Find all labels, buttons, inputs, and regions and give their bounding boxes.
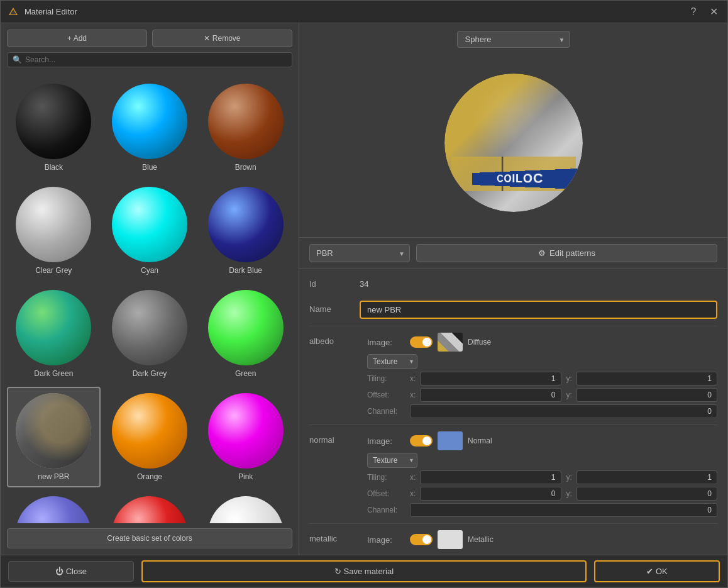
remove-button[interactable]: ✕ Remove	[152, 30, 292, 47]
search-input-wrap: 🔍	[7, 52, 292, 67]
albedo-toggle[interactable]	[410, 336, 433, 348]
normal-texture-dropdown[interactable]: Texture Color	[367, 453, 417, 468]
normal-image-label: Image:	[367, 436, 405, 446]
metallic-label: metallic	[309, 530, 360, 543]
metallic-toggle[interactable]	[410, 534, 433, 545]
bottom-bar: ⏻ Close ↻ Save material ✔ OK	[1, 555, 727, 587]
name-input[interactable]	[360, 301, 717, 319]
id-value: 34	[360, 275, 717, 289]
normal-tiling-y-letter: y:	[566, 473, 574, 482]
material-sphere-new-pbr: COILOC	[16, 393, 91, 469]
normal-channel-input[interactable]	[410, 503, 717, 517]
material-sphere-clear-grey	[16, 187, 91, 262]
albedo-offset-x-pair: x:	[410, 388, 561, 402]
create-basic-set-button[interactable]: Create basic set of colors	[7, 528, 292, 548]
preview-dropdown-bar: Sphere Cube Plane ▼	[299, 31, 727, 48]
normal-texture-name: Normal	[468, 436, 492, 445]
normal-toggle[interactable]	[410, 435, 433, 447]
material-item-red[interactable]: Red	[103, 490, 197, 523]
preview-shape-dropdown-wrap: Sphere Cube Plane ▼	[457, 31, 570, 48]
material-item-dark-green[interactable]: Dark Green	[7, 284, 101, 384]
main-content: + Add ✕ Remove 🔍 Black Blue	[1, 23, 727, 555]
albedo-tiling-x-input[interactable]	[420, 372, 561, 386]
material-label-dark-grey: Dark Grey	[133, 369, 167, 378]
albedo-texture-dropdown[interactable]: Texture Color	[367, 354, 417, 369]
id-label: Id	[309, 275, 360, 289]
material-item-cyan[interactable]: Cyan	[103, 180, 197, 281]
window-title: Material Editor	[25, 7, 686, 16]
albedo-offset-x-input[interactable]	[420, 388, 561, 402]
edit-patterns-button[interactable]: ⚙ Edit patterns	[416, 244, 717, 262]
material-item-purple[interactable]: Purple	[7, 490, 101, 523]
search-icon: 🔍	[13, 55, 22, 64]
sphere-preview	[444, 74, 583, 212]
material-item-white[interactable]: White	[199, 490, 292, 523]
albedo-content: Image: Diffuse Texture Color	[367, 333, 717, 418]
close-button[interactable]: ⏻ Close	[8, 561, 134, 582]
add-button[interactable]: + Add	[7, 30, 147, 47]
material-item-clear-grey[interactable]: Clear Grey	[7, 180, 101, 281]
normal-channel-row: Channel:	[367, 503, 717, 517]
name-label: Name	[309, 301, 360, 314]
material-item-blue[interactable]: Blue	[103, 77, 197, 178]
left-toolbar: + Add ✕ Remove	[1, 23, 299, 52]
material-sphere-cyan	[112, 187, 187, 262]
normal-offset-label: Offset:	[367, 489, 405, 498]
shader-toolbar: PBR Phong Lambert Unlit ▼ ⚙ Edit pattern…	[299, 237, 727, 269]
material-item-brown[interactable]: Brown	[199, 77, 292, 178]
albedo-offset-y-pair: y:	[566, 388, 718, 402]
material-item-green[interactable]: Green	[199, 284, 292, 384]
normal-section-row: normal Image: Normal	[309, 431, 717, 517]
albedo-tiling-x-letter: x:	[410, 374, 417, 383]
window-close-button[interactable]: ✕	[706, 4, 721, 19]
material-sphere-dark-blue	[208, 187, 284, 262]
metallic-section-row: metallic Image: Metallic	[309, 530, 717, 549]
albedo-texture-thumb	[438, 333, 463, 352]
albedo-texture-name: Diffuse	[468, 338, 491, 347]
ok-button[interactable]: ✔ OK	[594, 560, 720, 582]
normal-offset-x-pair: x:	[410, 487, 561, 501]
albedo-tiling-y-input[interactable]	[576, 372, 718, 386]
material-editor-window: Material Editor ? ✕ + Add ✕ Remove 🔍	[0, 0, 728, 588]
normal-tiling-x-input[interactable]	[420, 470, 561, 484]
sphere-preview-inner	[444, 74, 583, 212]
material-label-cyan: Cyan	[141, 266, 158, 275]
preview-shape-dropdown[interactable]: Sphere Cube Plane	[457, 31, 570, 48]
material-item-dark-blue[interactable]: Dark Blue	[199, 180, 292, 281]
albedo-offset-y-letter: y:	[566, 391, 574, 399]
albedo-channel-label: Channel:	[367, 407, 405, 416]
material-item-black[interactable]: Black	[7, 77, 101, 178]
normal-offset-x-letter: x:	[410, 489, 417, 498]
search-input[interactable]	[25, 55, 287, 64]
search-bar: 🔍	[1, 52, 299, 72]
shader-dropdown[interactable]: PBR Phong Lambert Unlit	[309, 244, 410, 262]
material-label-orange: Orange	[137, 472, 162, 481]
normal-section: normal Image: Normal	[309, 424, 717, 523]
material-sphere-brown	[208, 84, 284, 159]
material-label-green: Green	[235, 369, 256, 378]
edit-patterns-label: Edit patterns	[549, 248, 595, 258]
normal-content: Image: Normal Texture Color	[367, 431, 717, 517]
material-item-pink[interactable]: Pink	[199, 387, 292, 487]
material-label-new-pbr: new PBR	[38, 472, 69, 481]
albedo-channel-input[interactable]	[410, 404, 717, 418]
gear-icon: ⚙	[538, 248, 546, 258]
help-button[interactable]: ?	[686, 4, 701, 19]
material-item-new-pbr[interactable]: COILOC new PBR	[7, 387, 101, 487]
normal-tiling-y-input[interactable]	[576, 470, 718, 484]
normal-offset-x-input[interactable]	[420, 487, 561, 501]
material-item-orange[interactable]: Orange	[103, 387, 197, 487]
material-label-dark-green: Dark Green	[34, 369, 73, 378]
metallic-texture-thumb	[438, 530, 463, 549]
material-label-clear-grey: Clear Grey	[35, 266, 72, 275]
material-item-dark-grey[interactable]: Dark Grey	[103, 284, 197, 384]
materials-grid: Black Blue Brown Clear Grey Cyan	[1, 72, 299, 523]
metallic-texture-name: Metallic	[468, 535, 494, 544]
properties-panel: Id 34 Name albedo Image:	[299, 269, 727, 555]
albedo-tiling-row: Tiling: x: y:	[367, 372, 717, 386]
normal-offset-y-input[interactable]	[576, 487, 718, 501]
save-material-button[interactable]: ↻ Save material	[141, 560, 587, 582]
albedo-offset-y-input[interactable]	[576, 388, 718, 402]
id-row: Id 34	[309, 275, 717, 294]
material-label-blue: Blue	[142, 163, 157, 172]
